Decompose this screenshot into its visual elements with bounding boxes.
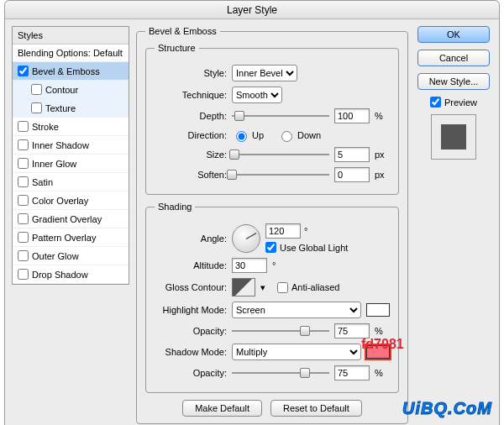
highlight-color[interactable] [366,303,390,317]
style-contour[interactable]: Contour [13,81,129,99]
altitude-unit: ° [272,260,276,270]
style-inner-shadow[interactable]: Inner Shadow [13,136,129,155]
drop-shadow-label: Drop Shadow [32,270,88,280]
drop-shadow-checkbox[interactable] [18,269,29,280]
style-satin[interactable]: Satin [13,173,129,192]
style-stroke[interactable]: Stroke [13,118,129,136]
pattern-overlay-label: Pattern Overlay [32,233,96,243]
style-inner-glow[interactable]: Inner Glow [13,155,129,173]
color-overlay-label: Color Overlay [32,196,88,206]
direction-up[interactable]: Up [232,129,264,142]
layer-style-dialog: Layer Style Styles Blending Options: Def… [4,0,500,425]
satin-checkbox[interactable] [18,176,29,187]
size-label: Size: [155,150,227,160]
outer-glow-checkbox[interactable] [18,250,29,261]
texture-label: Texture [45,103,76,113]
depth-label: Depth: [155,111,227,121]
pattern-overlay-checkbox[interactable] [18,232,29,243]
highlight-opacity-slider[interactable] [232,325,329,337]
anti-aliased[interactable]: Anti-aliased [277,282,339,293]
blending-options-label: Blending Options: Default [18,48,123,58]
dialog-buttons-column: OK Cancel New Style... Preview [415,26,492,425]
preview-checkbox[interactable] [430,97,441,108]
inner-glow-label: Inner Glow [32,159,76,169]
soften-slider[interactable] [232,169,329,181]
stroke-label: Stroke [32,122,59,132]
dialog-title: Layer Style [5,1,499,19]
bevel-checkbox[interactable] [18,66,29,76]
styles-column: Styles Blending Options: Default Bevel &… [12,26,129,425]
make-default-button[interactable]: Make Default [182,400,262,417]
anti-aliased-checkbox[interactable] [277,282,288,293]
color-annotation: fd7081 [361,337,404,352]
shading-legend: Shading [155,202,195,212]
direction-label: Direction: [155,130,227,140]
style-texture[interactable]: Texture [13,99,129,118]
shadow-mode-select[interactable]: Multiply [232,344,361,360]
cancel-button[interactable]: Cancel [417,50,490,66]
highlight-opacity-label: Opacity: [155,326,227,336]
altitude-label: Altitude: [155,260,227,270]
style-pattern-overlay[interactable]: Pattern Overlay [13,228,129,247]
highlight-mode-select[interactable]: Screen [232,302,361,318]
depth-input[interactable] [334,108,370,123]
structure-legend: Structure [155,43,199,53]
chevron-down-icon[interactable]: ▾ [260,282,265,293]
style-color-overlay[interactable]: Color Overlay [13,192,129,210]
use-global-light[interactable]: Use Global Light [265,242,348,253]
preview-toggle[interactable]: Preview [430,97,477,108]
gradient-overlay-checkbox[interactable] [18,213,29,224]
satin-label: Satin [32,177,53,187]
gradient-overlay-label: Gradient Overlay [32,214,102,224]
color-overlay-checkbox[interactable] [18,195,29,206]
blending-options-row[interactable]: Blending Options: Default [13,45,129,62]
inner-glow-checkbox[interactable] [18,158,29,169]
style-bevel-emboss[interactable]: Bevel & Emboss [13,62,129,81]
inner-shadow-checkbox[interactable] [18,139,29,150]
size-input[interactable] [334,147,370,162]
style-select[interactable]: Inner Bevel [232,65,297,81]
watermark: UiBQ.CoM [402,399,492,418]
size-slider[interactable] [232,149,329,160]
depth-slider[interactable] [232,110,329,122]
up-radio[interactable] [236,131,247,142]
size-unit: px [375,150,390,160]
outer-glow-label: Outer Glow [32,251,79,261]
highlight-opacity-unit: % [375,326,390,336]
style-label: Style: [155,68,227,78]
texture-checkbox[interactable] [31,102,42,113]
down-radio[interactable] [281,131,292,142]
contour-label: Contour [45,85,78,95]
styles-header[interactable]: Styles [13,27,129,45]
reset-default-button[interactable]: Reset to Default [270,400,362,417]
style-drop-shadow[interactable]: Drop Shadow [13,265,129,284]
technique-select[interactable]: Smooth [232,87,282,103]
altitude-input[interactable] [232,258,267,273]
shadow-opacity-unit: % [375,368,390,378]
shadow-opacity-slider[interactable] [232,367,329,379]
settings-column: Bevel & Emboss Structure Style: Inner Be… [136,26,408,425]
angle-input[interactable] [265,223,301,239]
bevel-label: Bevel & Emboss [32,66,100,76]
angle-dial[interactable] [232,224,260,253]
direction-down[interactable]: Down [277,129,321,142]
shadow-opacity-input[interactable] [334,365,370,380]
structure-group: Structure Style: Inner Bevel Technique: … [145,43,399,195]
angle-label: Angle: [155,233,227,244]
inner-shadow-label: Inner Shadow [32,140,89,150]
style-outer-glow[interactable]: Outer Glow [13,247,129,265]
preview-swatch [431,114,476,160]
gloss-contour-picker[interactable] [232,278,255,296]
stroke-checkbox[interactable] [18,121,29,132]
new-style-button[interactable]: New Style... [417,73,490,90]
global-light-checkbox[interactable] [265,242,276,253]
contour-checkbox[interactable] [31,84,42,95]
shading-group: Shading Angle: ° Use Global Light [145,202,399,393]
style-gradient-overlay[interactable]: Gradient Overlay [13,210,129,228]
bevel-group: Bevel & Emboss Structure Style: Inner Be… [136,26,408,424]
soften-input[interactable] [334,167,370,182]
soften-label: Soften: [155,170,227,180]
shadow-opacity-label: Opacity: [155,368,227,378]
ok-button[interactable]: OK [417,26,490,43]
bevel-legend: Bevel & Emboss [145,26,220,36]
